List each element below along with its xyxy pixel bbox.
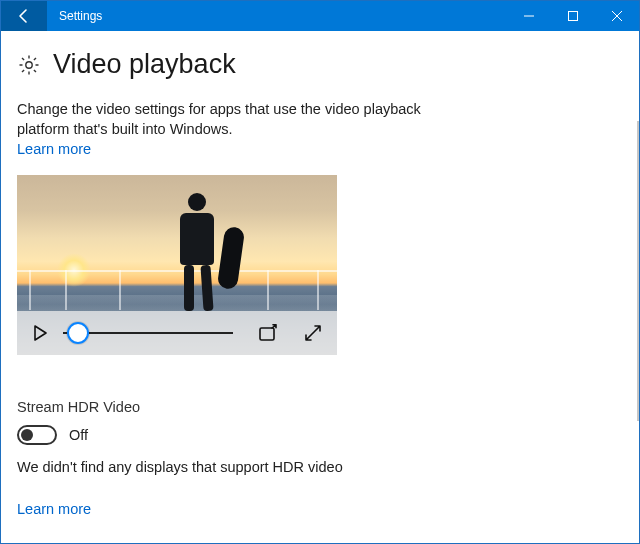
fullscreen-button[interactable] — [303, 323, 323, 343]
back-button[interactable] — [1, 1, 47, 31]
seek-thumb[interactable] — [67, 322, 89, 344]
arrow-left-icon — [16, 8, 32, 24]
play-button[interactable] — [31, 324, 49, 342]
play-icon — [31, 324, 49, 342]
content-area: Video playback Change the video settings… — [1, 31, 639, 543]
close-button[interactable] — [595, 1, 639, 31]
pip-icon — [259, 324, 279, 342]
toggle-knob — [21, 429, 33, 441]
close-icon — [612, 11, 622, 21]
hdr-status-message: We didn't find any displays that support… — [17, 459, 623, 475]
maximize-button[interactable] — [551, 1, 595, 31]
minimize-button[interactable] — [507, 1, 551, 31]
titlebar: Settings — [1, 1, 639, 31]
vertical-scrollbar[interactable] — [637, 121, 639, 421]
page-title: Video playback — [53, 49, 236, 80]
settings-window: Settings — [0, 0, 640, 544]
fullscreen-icon — [303, 323, 323, 343]
hdr-toggle[interactable] — [17, 425, 57, 445]
maximize-icon — [568, 11, 578, 21]
gear-icon — [17, 53, 41, 77]
window-title: Settings — [47, 1, 507, 31]
hdr-toggle-row: Off — [17, 425, 623, 445]
window-controls — [507, 1, 639, 31]
svg-point-1 — [26, 61, 32, 67]
svg-rect-0 — [569, 12, 578, 21]
hdr-section-label: Stream HDR Video — [17, 399, 623, 415]
video-preview[interactable] — [17, 175, 337, 355]
person-silhouette — [167, 193, 227, 313]
learn-more-link-hdr[interactable]: Learn more — [17, 501, 91, 517]
minimize-icon — [524, 11, 534, 21]
hdr-toggle-state: Off — [69, 427, 88, 443]
video-controls-bar — [17, 311, 337, 355]
page-description: Change the video settings for apps that … — [17, 100, 447, 139]
svg-rect-2 — [260, 328, 274, 340]
learn-more-link-playback[interactable]: Learn more — [17, 141, 91, 157]
page-header: Video playback — [17, 49, 623, 80]
picture-in-picture-button[interactable] — [259, 324, 279, 342]
seek-slider[interactable] — [63, 321, 233, 345]
